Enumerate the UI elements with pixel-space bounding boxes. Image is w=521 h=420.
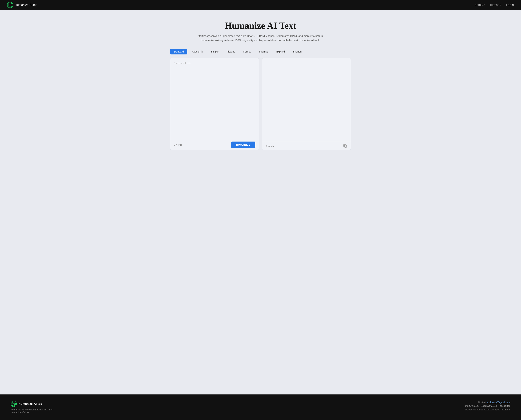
input-panel: 0 words HUMANIZE — [170, 58, 259, 150]
brand-logo-link[interactable]: Humanize-AI.top — [7, 2, 37, 8]
footer-copyright: © 2024 Humanize-AI.top. All rights reser… — [465, 408, 510, 411]
footer-contact: Contact: alchaincyf@gmail.com — [478, 401, 510, 404]
input-word-count: 0 words — [174, 143, 182, 146]
brand-logo-icon — [7, 2, 13, 8]
footer-site-links: img2046.com coderwithai.top bookai.top — [465, 405, 511, 407]
footer-brand-row: Humanize-AI.top — [11, 401, 64, 407]
login-link[interactable]: LOGIN — [506, 4, 514, 6]
main-content: Humanize AI Text Effortlessly convert AI… — [163, 10, 358, 394]
input-panel-footer: 0 words HUMANIZE — [170, 139, 259, 150]
navbar: Humanize-AI.top PRICING HISTORY LOGIN — [0, 0, 521, 10]
output-text-area — [262, 58, 351, 142]
site-link-bookai[interactable]: bookai.top — [500, 405, 510, 407]
footer-tagline: Humanize AI: Free Humanize AI Text & AI … — [11, 408, 64, 414]
tab-shorten[interactable]: Shorten — [289, 49, 305, 54]
svg-point-3 — [10, 5, 11, 6]
output-panel-footer: 0 words — [262, 142, 351, 150]
tab-expand[interactable]: Expand — [273, 49, 288, 54]
history-link[interactable]: HISTORY — [490, 4, 501, 6]
copy-button[interactable] — [343, 144, 347, 148]
copy-icon — [343, 144, 347, 148]
svg-point-8 — [13, 404, 14, 404]
contact-email-link[interactable]: alchaincyf@gmail.com — [487, 401, 510, 404]
tab-academic[interactable]: Academic — [188, 49, 206, 54]
text-panels: 0 words HUMANIZE 0 words — [170, 58, 351, 150]
output-word-count: 0 words — [266, 145, 274, 147]
humanize-button[interactable]: HUMANIZE — [231, 142, 255, 148]
footer-logo-icon — [11, 401, 17, 407]
footer-brand-name: Humanize-AI.top — [18, 402, 42, 406]
svg-rect-4 — [345, 145, 347, 147]
tab-informal[interactable]: Informal — [256, 49, 272, 54]
tab-simple[interactable]: Simple — [207, 49, 222, 54]
brand-name: Humanize-AI.top — [15, 3, 37, 7]
site-link-coderwithai[interactable]: coderwithai.top — [482, 405, 497, 407]
footer-brand: Humanize-AI.top Humanize AI: Free Humani… — [11, 401, 64, 414]
footer-links-column: Contact: alchaincyf@gmail.com img2046.co… — [465, 401, 511, 411]
footer: Humanize-AI.top Humanize AI: Free Humani… — [0, 394, 521, 420]
tab-formal[interactable]: Formal — [240, 49, 255, 54]
page-subtitle: Effortlessly convert AI-generated text f… — [197, 34, 324, 42]
tabs-bar: Standard Academic Simple Flowing Formal … — [170, 49, 351, 54]
pricing-link[interactable]: PRICING — [475, 4, 485, 6]
contact-label: Contact: — [478, 401, 487, 404]
page-title: Humanize AI Text — [170, 21, 351, 31]
output-panel: 0 words — [262, 58, 351, 150]
navbar-links: PRICING HISTORY LOGIN — [475, 4, 514, 6]
tab-flowing[interactable]: Flowing — [223, 49, 239, 54]
input-textarea[interactable] — [170, 58, 259, 139]
tab-standard[interactable]: Standard — [170, 49, 187, 54]
site-link-img2046[interactable]: img2046.com — [465, 405, 479, 407]
